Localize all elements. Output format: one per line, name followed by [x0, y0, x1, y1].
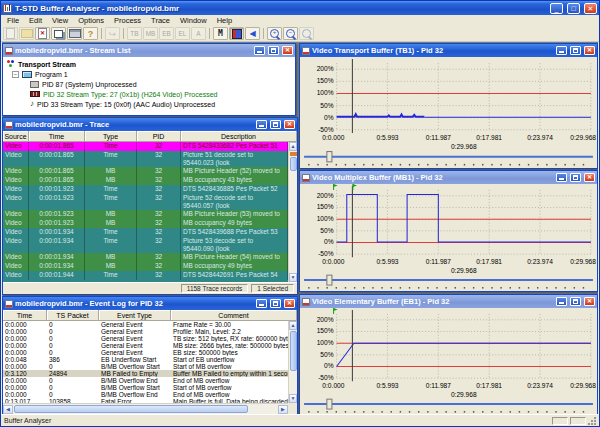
event-log-vertical-scrollbar[interactable]: ▲ ▼ [288, 321, 297, 403]
tree-item-pid[interactable]: PID 87 (System) Unprocessed [30, 79, 295, 89]
close-button[interactable]: ✕ [584, 297, 595, 306]
mb1-title-bar[interactable]: Video Multiplex Buffer (MB1) - Pid 32 ✕ [300, 171, 597, 184]
column-header-description[interactable]: Description [181, 131, 297, 142]
trace-row[interactable]: Video0:00:01.923Time32Picture 52 decode … [3, 194, 288, 210]
close-button[interactable]: ✕ [584, 3, 597, 14]
event-log-row[interactable]: 0:0.0000General EventProfile: Main, Leve… [3, 328, 288, 335]
event-log-row[interactable]: 0:0.048386EB Underflow StartStart of EB … [3, 356, 288, 363]
tb1-chart-canvas[interactable]: 200%150%100%50%0%-50%0:0.0000:5.9930:11.… [300, 57, 597, 168]
maximize-button[interactable] [570, 46, 581, 55]
menu-options[interactable]: Options [73, 16, 109, 25]
close-document-icon[interactable] [35, 27, 50, 40]
maximize-button[interactable]: □ [567, 3, 580, 14]
close-button[interactable]: ✕ [584, 173, 595, 182]
menu-process[interactable]: Process [109, 16, 146, 25]
multiplex-trace-icon[interactable] [213, 27, 228, 40]
tb1-title-bar[interactable]: Video Transport Buffer (TB1) - Pid 32 ✕ [300, 44, 597, 57]
event-log-row[interactable]: 0:0.0000B/MB Overflow StartStart of MB o… [3, 384, 288, 391]
trace-row[interactable]: Video0:00:01.865MB32MB occupancy 43 byte… [3, 176, 288, 185]
close-button[interactable]: ✕ [284, 120, 295, 129]
zoom-in-icon[interactable] [267, 27, 282, 40]
column-header-type[interactable]: Type [85, 131, 137, 142]
minimize-button[interactable] [556, 46, 567, 55]
maximize-button[interactable] [268, 46, 279, 55]
scroll-thumb[interactable] [290, 157, 297, 171]
maximize-button[interactable] [270, 299, 281, 308]
stream-list-title-bar[interactable]: mobiledropvid.bmr - Stream List ✕ [3, 44, 295, 57]
trace-row[interactable]: Video0:00:01.923MB32MB occupancy 49 byte… [3, 219, 288, 228]
column-header-comment[interactable]: Comment [171, 310, 297, 321]
collapse-icon[interactable]: − [12, 71, 19, 78]
eb1-title-bar[interactable]: Video Elementary Buffer (EB1) - Pid 32 ✕ [300, 295, 597, 308]
help-icon[interactable] [83, 27, 98, 40]
maximize-button[interactable] [270, 120, 281, 129]
event-log-row[interactable]: 0:0.0000B/MB Overflow EndEnd of MB overf… [3, 391, 288, 398]
trace-row[interactable]: Video0:00:01.934Time32Picture 53 decode … [3, 237, 288, 253]
menu-help[interactable]: Help [212, 16, 237, 25]
event-log-row[interactable]: 0:3.12024894MB Failed to EmptyBuffer MB … [3, 370, 288, 377]
minimize-button[interactable] [254, 46, 265, 55]
scroll-thumb[interactable] [14, 405, 248, 413]
resize-grip[interactable] [588, 417, 596, 425]
close-button[interactable]: ✕ [282, 46, 293, 55]
minimize-button[interactable] [556, 297, 567, 306]
trace-row[interactable]: Video0:00:01.934MB32MB Picture Header (5… [3, 253, 288, 262]
tree-item-pid[interactable]: ♪PID 33 Stream Type: 15 (0x0f) (AAC Audi… [30, 99, 295, 109]
print-icon[interactable] [67, 27, 82, 40]
eb1-chart-canvas[interactable]: 200%150%100%50%0%-50%0:0.0000:5.9930:11.… [300, 308, 597, 414]
event-log-row[interactable]: 0:0.0000General EventTB size: 512 bytes,… [3, 335, 288, 342]
close-button[interactable]: ✕ [284, 299, 295, 308]
scroll-thumb[interactable] [290, 331, 297, 371]
trace-row[interactable]: Video0:00:01.934Time32DTS 5428439688 Pes… [3, 228, 288, 237]
event-log-row[interactable]: 0:0.0000B/MB Overflow EndEnd of MB overf… [3, 377, 288, 384]
trace-row[interactable]: Video0:00:01.865MB32MB Picture Header (5… [3, 167, 288, 176]
event-log-title-bar[interactable]: mobiledropvid.bmr - Event Log for PID 32… [3, 297, 297, 310]
scroll-up-icon[interactable]: ▲ [289, 321, 297, 330]
scroll-right-icon[interactable]: ▶ [278, 405, 288, 414]
menu-file[interactable]: File [2, 16, 24, 25]
trace-vertical-scrollbar[interactable]: ▲ ▼ [288, 142, 297, 282]
tree-item-transport-stream[interactable]: Transport Stream [6, 59, 295, 69]
audio-buffer-icon[interactable] [245, 27, 260, 40]
maximize-button[interactable] [570, 297, 581, 306]
column-header-time[interactable]: Time [29, 131, 85, 142]
column-header-pid[interactable]: PID [137, 131, 181, 142]
title-bar[interactable]: T-STD Buffer Analyser - mobiledropvid.bm… [1, 1, 599, 15]
column-header-event-type[interactable]: Event Type [99, 310, 171, 321]
minimize-button[interactable] [256, 120, 267, 129]
minimize-button[interactable]: _ [550, 3, 563, 14]
video-buffer-icon[interactable] [229, 27, 244, 40]
trace-row[interactable]: Video0:00:01.865Time32Picture 51 decode … [3, 151, 288, 167]
column-header-source[interactable]: Source [3, 131, 29, 142]
trace-row[interactable]: Video0:00:01.934MB32MB occupancy 49 byte… [3, 262, 288, 271]
minimize-button[interactable] [256, 299, 267, 308]
minimize-button[interactable] [556, 173, 567, 182]
menu-edit[interactable]: Edit [24, 16, 47, 25]
event-log-horizontal-scrollbar[interactable]: ◀ ▶ [3, 403, 288, 414]
menu-window[interactable]: Window [175, 16, 212, 25]
menu-view[interactable]: View [47, 16, 73, 25]
scroll-left-icon[interactable]: ◀ [3, 405, 13, 414]
trace-row[interactable]: Video0:00:01.923Time32DTS 5428436885 Pes… [3, 185, 288, 194]
column-header-ts-packet[interactable]: TS Packet [47, 310, 99, 321]
trace-row[interactable]: Video0:00:01.944Time32DTS 5428442691 Pes… [3, 271, 288, 280]
maximize-button[interactable] [570, 173, 581, 182]
event-log-row[interactable]: 0:0.0000General EventEB size: 500000 byt… [3, 349, 288, 356]
event-log-row[interactable]: 0:0.0000General EventFrame Rate = 30.00 [3, 321, 288, 328]
cascade-windows-icon[interactable] [51, 27, 66, 40]
tree-item-pid[interactable]: PID 32 Stream Type: 27 (0x1b) (H264 Vide… [30, 89, 295, 99]
zoom-out-icon[interactable] [283, 27, 298, 40]
trace-title-bar[interactable]: mobiledropvid.bmr - Trace ✕ [3, 118, 297, 131]
scroll-down-icon[interactable]: ▼ [289, 394, 297, 403]
event-log-row[interactable]: 0:0.0000B/MB Overflow StartStart of MB o… [3, 363, 288, 370]
mb1-chart-canvas[interactable]: 200%150%100%50%0%-50%0:0.0000:5.9930:11.… [300, 184, 597, 291]
menu-trace[interactable]: Trace [146, 16, 175, 25]
tree-item-program[interactable]: − Program 1 [12, 69, 295, 79]
column-header-time[interactable]: Time [3, 310, 47, 321]
close-button[interactable]: ✕ [584, 46, 595, 55]
trace-row[interactable]: Video0:00:01.923MB32MB Picture Header (5… [3, 210, 288, 219]
scroll-down-icon[interactable]: ▼ [289, 273, 297, 282]
scroll-up-icon[interactable]: ▲ [289, 142, 297, 151]
event-log-row[interactable]: 0:0.0000General EventMB size: 2666 bytes… [3, 342, 288, 349]
trace-row[interactable]: Video0:00:01.865Time32DTS 5428433682 Pes… [3, 142, 288, 151]
